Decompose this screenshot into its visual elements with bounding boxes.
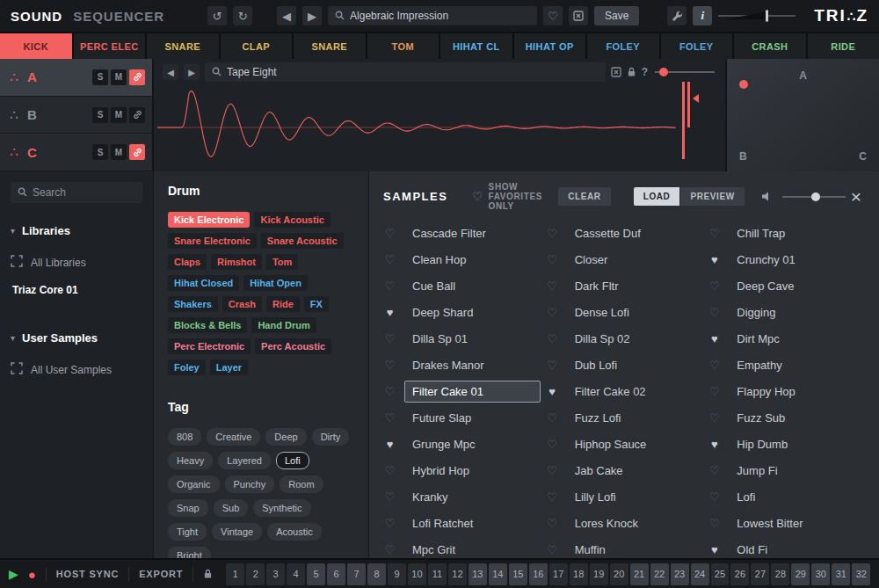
meter-handle-icon[interactable] — [693, 94, 699, 103]
step-14[interactable]: 14 — [489, 563, 507, 585]
sample-row-chill-trap[interactable]: ♡Chill Trap — [708, 220, 865, 246]
sample-name[interactable]: Future Slap — [404, 407, 541, 429]
sample-row-crunchy-01[interactable]: ♥Crunchy 01 — [708, 246, 865, 272]
next-sample-button[interactable]: ▶ — [184, 64, 200, 80]
sample-name[interactable]: Closer — [567, 249, 703, 271]
sample-name[interactable]: Empathy — [729, 354, 865, 376]
library-item-triaz-core[interactable]: Triaz Core 01 — [11, 284, 142, 296]
favorite-heart-icon[interactable]: ♡ — [708, 227, 721, 240]
category-fx[interactable]: FX — [304, 296, 329, 312]
wrench-icon[interactable] — [667, 6, 686, 25]
track-tab-7-hihat-cl[interactable]: HIHAT CL — [440, 33, 512, 59]
category-crash[interactable]: Crash — [222, 296, 262, 312]
step-32[interactable]: 32 — [852, 563, 870, 585]
favorite-heart-icon[interactable]: ♡ — [708, 490, 721, 504]
tag-tight[interactable]: Tight — [168, 523, 207, 541]
sample-row-future-slap[interactable]: ♡Future Slap — [383, 404, 541, 431]
category-tom[interactable]: Tom — [266, 254, 298, 270]
sample-name[interactable]: Fuzz Sub — [729, 407, 865, 429]
mute-button-b[interactable]: M — [111, 107, 127, 123]
favorite-heart-icon[interactable]: ♡ — [383, 411, 396, 425]
category-kick-electronic[interactable]: Kick Electronic — [168, 212, 250, 228]
favorite-heart-icon[interactable]: ♡ — [546, 490, 559, 504]
sample-name[interactable]: Lores Knock — [567, 512, 703, 534]
step-8[interactable]: 8 — [367, 563, 386, 585]
link-button-b[interactable] — [129, 107, 145, 123]
step-10[interactable]: 10 — [408, 563, 426, 585]
sample-name[interactable]: Clean Hop — [404, 249, 541, 271]
step-27[interactable]: 27 — [751, 563, 769, 585]
sample-name[interactable]: Grunge Mpc — [404, 433, 541, 455]
step-13[interactable]: 13 — [469, 563, 487, 585]
sample-name[interactable]: Jump Fi — [729, 460, 865, 482]
all-user-samples-item[interactable]: All User Samples — [11, 362, 142, 377]
sample-row-closer[interactable]: ♡Closer — [546, 246, 703, 272]
tag-creative[interactable]: Creative — [207, 428, 260, 446]
step-1[interactable]: 1 — [226, 563, 244, 585]
track-tab-4-clap[interactable]: CLAP — [221, 33, 293, 59]
step-17[interactable]: 17 — [549, 563, 568, 585]
tag-vintage[interactable]: Vintage — [212, 523, 262, 541]
tag-synthetic[interactable]: Synthetic — [253, 499, 310, 517]
sample-name[interactable]: Mpc Grit — [404, 539, 541, 561]
step-9[interactable]: 9 — [388, 563, 406, 585]
category-layer[interactable]: Layer — [210, 359, 248, 375]
redo-button[interactable]: ↻ — [233, 6, 252, 25]
category-shakers[interactable]: Shakers — [168, 296, 218, 312]
sample-row-lowest-bitter[interactable]: ♡Lowest Bitter — [708, 510, 865, 536]
track-tab-3-snare[interactable]: SNARE — [147, 33, 219, 59]
help-icon[interactable]: ? — [642, 66, 648, 78]
sample-search-input[interactable] — [227, 66, 599, 78]
sample-row-cue-ball[interactable]: ♡Cue Ball — [383, 272, 541, 299]
sample-row-lofi-ratchet[interactable]: ♡Lofi Ratchet — [383, 510, 541, 536]
preset-search-input[interactable] — [350, 10, 530, 22]
show-favorites-toggle[interactable]: ♡ SHOW FAVORITES ONLY — [472, 182, 546, 211]
sample-row-dilla-sp-01[interactable]: ♡Dilla Sp 01 — [383, 325, 541, 352]
step-15[interactable]: 15 — [509, 563, 527, 585]
sample-name[interactable]: Lowest Bitter — [729, 512, 865, 534]
step-4[interactable]: 4 — [287, 563, 305, 585]
step-6[interactable]: 6 — [327, 563, 345, 585]
sample-row-dirt-mpc[interactable]: ♥Dirt Mpc — [708, 325, 865, 352]
step-19[interactable]: 19 — [590, 563, 608, 585]
track-tab-2-perc-elec[interactable]: PERC ELEC — [74, 33, 146, 59]
sample-name[interactable]: Dub Lofi — [567, 354, 703, 376]
track-tab-9-foley[interactable]: FOLEY — [587, 33, 659, 59]
favorite-heart-icon[interactable]: ♡ — [383, 517, 396, 530]
sample-name[interactable]: Cascade Filter — [404, 222, 541, 244]
category-hand-drum[interactable]: Hand Drum — [251, 317, 316, 333]
favorite-heart-icon[interactable]: ♡ — [383, 543, 396, 556]
favorite-heart-icon[interactable]: ♡ — [708, 517, 721, 530]
sample-name[interactable]: Lofi — [729, 486, 865, 508]
sample-row-filter-cake-01[interactable]: ♡Filter Cake 01 — [383, 378, 541, 404]
sample-volume-slider[interactable] — [653, 66, 716, 78]
favorite-heart-icon[interactable]: ♡ — [383, 279, 396, 293]
link-button-a[interactable] — [129, 69, 145, 85]
sample-name[interactable]: Hiphop Sauce — [567, 433, 703, 455]
preview-volume-slider[interactable] — [781, 191, 847, 203]
tag-heavy[interactable]: Heavy — [168, 452, 213, 469]
all-libraries-item[interactable]: All Libraries — [11, 255, 142, 270]
sample-row-grunge-mpc[interactable]: ♥Grunge Mpc — [383, 431, 541, 457]
category-foley[interactable]: Foley — [168, 359, 206, 375]
tag-lofi[interactable]: Lofi — [276, 452, 309, 469]
favorite-heart-icon[interactable]: ♥ — [383, 438, 396, 451]
step-20[interactable]: 20 — [610, 563, 628, 585]
favorite-heart-icon[interactable]: ♡ — [546, 464, 559, 477]
tag-room[interactable]: Room — [280, 475, 323, 493]
play-button[interactable]: ▶ — [9, 567, 18, 581]
step-5[interactable]: 5 — [307, 563, 325, 585]
solo-button-c[interactable]: S — [92, 144, 108, 160]
sample-name[interactable]: Hip Dumb — [729, 433, 865, 455]
sample-row-kranky[interactable]: ♡Kranky — [383, 483, 541, 510]
layer-row-a[interactable]: ∴ASM — [0, 59, 152, 97]
favorite-heart-icon[interactable]: ♡ — [546, 517, 559, 530]
preview-mode-button[interactable]: PREVIEW — [680, 187, 744, 206]
step-22[interactable]: 22 — [650, 563, 669, 585]
clear-sample-icon[interactable] — [611, 67, 621, 77]
track-tab-1-kick[interactable]: KICK — [0, 33, 72, 59]
mute-button-a[interactable]: M — [111, 69, 127, 85]
sample-row-dense-lofi[interactable]: ♡Dense Lofi — [546, 299, 703, 325]
sample-name[interactable]: Dilla Sp 01 — [404, 328, 541, 350]
sample-row-digging[interactable]: ♡Digging — [708, 299, 865, 325]
